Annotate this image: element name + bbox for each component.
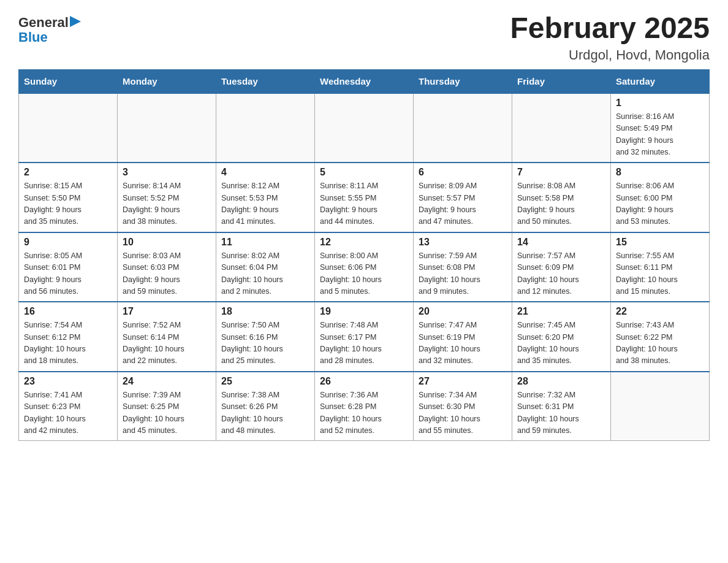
calendar-week-row: 9Sunrise: 8:05 AMSunset: 6:01 PMDaylight…: [19, 232, 710, 302]
logo-general: General: [18, 15, 69, 30]
day-number: 18: [221, 306, 309, 317]
weekday-header-wednesday: Wednesday: [315, 69, 414, 93]
calendar-day-cell: [512, 93, 611, 163]
day-number: 19: [320, 306, 408, 317]
calendar-day-cell: 14Sunrise: 7:57 AMSunset: 6:09 PMDayligh…: [512, 232, 611, 302]
calendar-day-cell: 8Sunrise: 8:06 AMSunset: 6:00 PMDaylight…: [611, 163, 710, 232]
calendar-day-cell: 2Sunrise: 8:15 AMSunset: 5:50 PMDaylight…: [19, 163, 118, 232]
day-number: 25: [221, 376, 309, 387]
calendar-day-cell: 18Sunrise: 7:50 AMSunset: 6:16 PMDayligh…: [216, 302, 315, 372]
day-info: Sunrise: 8:15 AMSunset: 5:50 PMDaylight:…: [24, 182, 82, 226]
calendar-day-cell: 17Sunrise: 7:52 AMSunset: 6:14 PMDayligh…: [118, 302, 216, 372]
day-number: 17: [123, 306, 211, 317]
day-number: 22: [616, 306, 704, 317]
day-number: 10: [123, 237, 211, 248]
calendar-day-cell: 12Sunrise: 8:00 AMSunset: 6:06 PMDayligh…: [315, 232, 414, 302]
calendar-day-cell: 26Sunrise: 7:36 AMSunset: 6:28 PMDayligh…: [315, 372, 414, 441]
calendar-day-cell: 22Sunrise: 7:43 AMSunset: 6:22 PMDayligh…: [611, 302, 710, 372]
weekday-header-monday: Monday: [118, 69, 216, 93]
day-number: 15: [616, 237, 704, 248]
day-info: Sunrise: 7:36 AMSunset: 6:28 PMDaylight:…: [320, 391, 382, 435]
day-info: Sunrise: 7:41 AMSunset: 6:23 PMDaylight:…: [24, 391, 86, 435]
calendar-day-cell: 10Sunrise: 8:03 AMSunset: 6:03 PMDayligh…: [118, 232, 216, 302]
calendar-day-cell: 19Sunrise: 7:48 AMSunset: 6:17 PMDayligh…: [315, 302, 414, 372]
calendar-day-cell: 9Sunrise: 8:05 AMSunset: 6:01 PMDaylight…: [19, 232, 118, 302]
calendar-day-cell: 5Sunrise: 8:11 AMSunset: 5:55 PMDaylight…: [315, 163, 414, 232]
weekday-header-friday: Friday: [512, 69, 611, 93]
calendar-day-cell: 6Sunrise: 8:09 AMSunset: 5:57 PMDaylight…: [414, 163, 512, 232]
calendar-day-cell: 27Sunrise: 7:34 AMSunset: 6:30 PMDayligh…: [414, 372, 512, 441]
calendar-table: SundayMondayTuesdayWednesdayThursdayFrid…: [18, 69, 710, 442]
calendar-week-row: 16Sunrise: 7:54 AMSunset: 6:12 PMDayligh…: [19, 302, 710, 372]
weekday-header-sunday: Sunday: [19, 69, 118, 93]
calendar-day-cell: 25Sunrise: 7:38 AMSunset: 6:26 PMDayligh…: [216, 372, 315, 441]
calendar-day-cell: 11Sunrise: 8:02 AMSunset: 6:04 PMDayligh…: [216, 232, 315, 302]
day-info: Sunrise: 8:16 AMSunset: 5:49 PMDaylight:…: [616, 112, 674, 156]
day-info: Sunrise: 7:55 AMSunset: 6:11 PMDaylight:…: [616, 251, 678, 296]
day-number: 11: [221, 237, 309, 248]
calendar-day-cell: 1Sunrise: 8:16 AMSunset: 5:49 PMDaylight…: [611, 93, 710, 163]
day-info: Sunrise: 8:14 AMSunset: 5:52 PMDaylight:…: [123, 182, 181, 226]
day-info: Sunrise: 8:09 AMSunset: 5:57 PMDaylight:…: [419, 182, 477, 226]
day-info: Sunrise: 8:08 AMSunset: 5:58 PMDaylight:…: [517, 182, 575, 226]
day-info: Sunrise: 7:52 AMSunset: 6:14 PMDaylight:…: [123, 321, 184, 365]
svg-marker-0: [70, 16, 81, 27]
calendar-day-cell: 13Sunrise: 7:59 AMSunset: 6:08 PMDayligh…: [414, 232, 512, 302]
calendar-day-cell: 24Sunrise: 7:39 AMSunset: 6:25 PMDayligh…: [118, 372, 216, 441]
day-info: Sunrise: 8:00 AMSunset: 6:06 PMDaylight:…: [320, 251, 382, 296]
day-number: 13: [419, 237, 507, 248]
day-number: 5: [320, 167, 408, 178]
calendar-day-cell: [118, 93, 216, 163]
weekday-header-saturday: Saturday: [611, 69, 710, 93]
day-number: 12: [320, 237, 408, 248]
day-number: 6: [419, 167, 507, 178]
day-number: 21: [517, 306, 605, 317]
day-info: Sunrise: 8:03 AMSunset: 6:03 PMDaylight:…: [123, 251, 181, 296]
day-info: Sunrise: 8:11 AMSunset: 5:55 PMDaylight:…: [320, 182, 378, 226]
calendar-day-cell: 23Sunrise: 7:41 AMSunset: 6:23 PMDayligh…: [19, 372, 118, 441]
day-info: Sunrise: 7:32 AMSunset: 6:31 PMDaylight:…: [517, 391, 579, 435]
calendar-day-cell: 21Sunrise: 7:45 AMSunset: 6:20 PMDayligh…: [512, 302, 611, 372]
calendar-day-cell: 4Sunrise: 8:12 AMSunset: 5:53 PMDaylight…: [216, 163, 315, 232]
day-number: 1: [616, 98, 704, 109]
day-number: 16: [24, 306, 112, 317]
day-info: Sunrise: 8:06 AMSunset: 6:00 PMDaylight:…: [616, 182, 674, 226]
day-number: 3: [123, 167, 211, 178]
day-number: 2: [24, 167, 112, 178]
day-number: 23: [24, 376, 112, 387]
day-info: Sunrise: 7:54 AMSunset: 6:12 PMDaylight:…: [24, 321, 86, 365]
day-number: 4: [221, 167, 309, 178]
day-number: 7: [517, 167, 605, 178]
calendar-day-cell: 20Sunrise: 7:47 AMSunset: 6:19 PMDayligh…: [414, 302, 512, 372]
calendar-day-cell: 15Sunrise: 7:55 AMSunset: 6:11 PMDayligh…: [611, 232, 710, 302]
calendar-day-cell: 7Sunrise: 8:08 AMSunset: 5:58 PMDaylight…: [512, 163, 611, 232]
day-info: Sunrise: 7:59 AMSunset: 6:08 PMDaylight:…: [419, 251, 480, 296]
calendar-day-cell: 3Sunrise: 8:14 AMSunset: 5:52 PMDaylight…: [118, 163, 216, 232]
calendar-day-cell: 28Sunrise: 7:32 AMSunset: 6:31 PMDayligh…: [512, 372, 611, 441]
calendar-subtitle: Urdgol, Hovd, Mongolia: [510, 47, 710, 63]
day-number: 8: [616, 167, 704, 178]
calendar-day-cell: 16Sunrise: 7:54 AMSunset: 6:12 PMDayligh…: [19, 302, 118, 372]
weekday-header-thursday: Thursday: [414, 69, 512, 93]
day-info: Sunrise: 7:47 AMSunset: 6:19 PMDaylight:…: [419, 321, 480, 365]
title-block: February 2025 Urdgol, Hovd, Mongolia: [510, 12, 710, 63]
day-info: Sunrise: 8:12 AMSunset: 5:53 PMDaylight:…: [221, 182, 279, 226]
day-number: 28: [517, 376, 605, 387]
calendar-day-cell: [19, 93, 118, 163]
day-info: Sunrise: 7:43 AMSunset: 6:22 PMDaylight:…: [616, 321, 678, 365]
day-info: Sunrise: 7:39 AMSunset: 6:25 PMDaylight:…: [123, 391, 184, 435]
day-number: 14: [517, 237, 605, 248]
weekday-header-row: SundayMondayTuesdayWednesdayThursdayFrid…: [19, 69, 710, 93]
day-number: 27: [419, 376, 507, 387]
day-info: Sunrise: 8:02 AMSunset: 6:04 PMDaylight:…: [221, 251, 283, 296]
day-number: 24: [123, 376, 211, 387]
calendar-day-cell: [216, 93, 315, 163]
calendar-title: February 2025: [510, 12, 710, 45]
calendar-day-cell: [414, 93, 512, 163]
day-number: 9: [24, 237, 112, 248]
calendar-week-row: 2Sunrise: 8:15 AMSunset: 5:50 PMDaylight…: [19, 163, 710, 232]
day-info: Sunrise: 7:38 AMSunset: 6:26 PMDaylight:…: [221, 391, 283, 435]
calendar-week-row: 23Sunrise: 7:41 AMSunset: 6:23 PMDayligh…: [19, 372, 710, 441]
logo-blue: Blue: [18, 30, 48, 45]
day-info: Sunrise: 7:34 AMSunset: 6:30 PMDaylight:…: [419, 391, 480, 435]
